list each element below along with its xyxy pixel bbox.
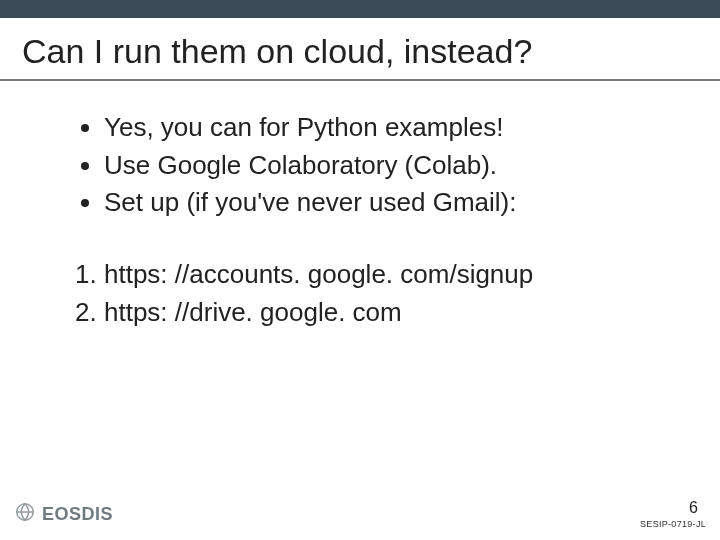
slide: Can I run them on cloud, instead? Yes, y… xyxy=(0,0,720,540)
globe-icon xyxy=(14,501,36,528)
slide-content: Yes, you can for Python examples! Use Go… xyxy=(0,81,720,331)
list-item: Set up (if you've never used Gmail): xyxy=(104,184,670,222)
page-number: 6 xyxy=(689,499,706,517)
logo: EOSDIS xyxy=(14,501,113,528)
slide-footer: EOSDIS 6 SESIP-0719-JL xyxy=(0,494,720,540)
slide-title: Can I run them on cloud, instead? xyxy=(0,18,720,77)
bullet-list: Yes, you can for Python examples! Use Go… xyxy=(50,109,670,222)
top-bar xyxy=(0,0,720,18)
footer-meta: 6 SESIP-0719-JL xyxy=(640,499,706,529)
list-item: https: //drive. google. com xyxy=(104,294,670,332)
logo-text: EOSDIS xyxy=(42,504,113,525)
list-item: Yes, you can for Python examples! xyxy=(104,109,670,147)
numbered-list: https: //accounts. google. com/signup ht… xyxy=(50,256,670,331)
list-item: https: //accounts. google. com/signup xyxy=(104,256,670,294)
list-item: Use Google Colaboratory (Colab). xyxy=(104,147,670,185)
doc-id: SESIP-0719-JL xyxy=(640,519,706,529)
